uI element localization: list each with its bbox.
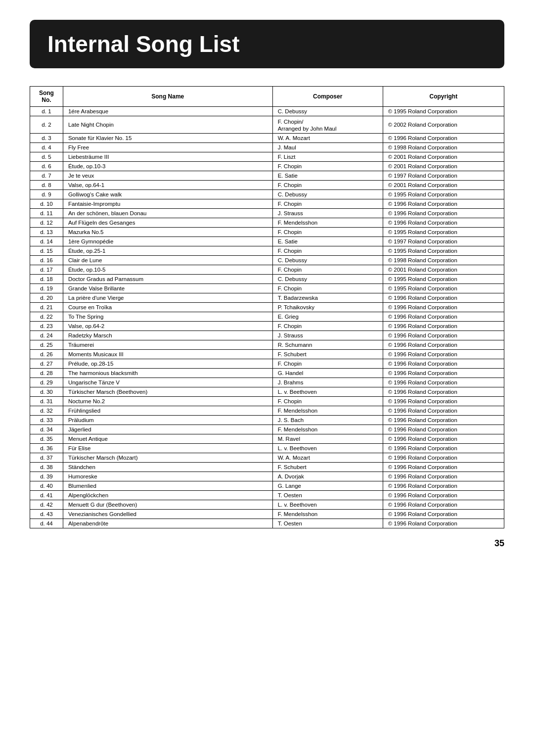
copyright-cell: © 1995 Roland Corporation [383,228,504,237]
song-name-cell: Golliwog's Cake walk [63,190,272,199]
song-no-cell: d. 2 [30,116,63,134]
song-name-cell: Präludium [63,416,272,425]
copyright-cell: © 1996 Roland Corporation [383,340,504,350]
table-row: d. 20La prière d'une ViergeT. Badarzewsk… [30,293,504,303]
composer-cell: J. Brahms [272,378,383,387]
composer-cell: C. Debussy [272,275,383,284]
table-row: d. 42Menuett G dur (Beethoven)L. v. Beet… [30,500,504,510]
song-name-cell: 1ére Arabesque [63,107,272,116]
copyright-cell: © 1995 Roland Corporation [383,246,504,256]
composer-cell: G. Lange [272,481,383,491]
table-row: d. 43Venezianisches GondelliedF. Mendels… [30,510,504,519]
composer-cell: J. Maul [272,143,383,152]
table-row: d. 39HumoreskeA. Dvorjak© 1996 Roland Co… [30,472,504,481]
song-name-cell: Ungarische Tänze V [63,378,272,387]
song-name-cell: Träumerei [63,340,272,350]
copyright-cell: © 1996 Roland Corporation [383,350,504,359]
song-name-cell: Menuett G dur (Beethoven) [63,500,272,510]
copyright-cell: © 1996 Roland Corporation [383,519,504,528]
composer-cell: M. Ravel [272,434,383,444]
song-name-cell: Course en Troïka [63,303,272,312]
table-row: d. 34JägerliedF. Mendelsshon© 1996 Rolan… [30,425,504,434]
table-row: d. 12Auf Flügeln des GesangesF. Mendelss… [30,218,504,228]
table-row: d. 8Valse, op.64-1F. Chopin© 2001 Roland… [30,181,504,190]
composer-cell: R. Schumann [272,340,383,350]
copyright-cell: © 1996 Roland Corporation [383,425,504,434]
song-name-cell: Menuet Antique [63,434,272,444]
table-row: d. 40BlumenliedG. Lange© 1996 Roland Cor… [30,481,504,491]
song-name-cell: Valse, op.64-2 [63,322,272,331]
song-name-cell: Türkischer Marsch (Mozart) [63,453,272,463]
table-row: d. 41AlpenglöckchenT. Oesten© 1996 Rolan… [30,491,504,500]
song-no-cell: d. 6 [30,162,63,171]
song-no-cell: d. 41 [30,491,63,500]
song-no-cell: d. 44 [30,519,63,528]
composer-cell: L. v. Beethoven [272,387,383,397]
table-row: d. 36Für EliseL. v. Beethoven© 1996 Rola… [30,444,504,453]
table-row: d. 24Radetzky MarschJ. Strauss© 1996 Rol… [30,331,504,340]
copyright-cell: © 2001 Roland Corporation [383,181,504,190]
song-name-cell: Frühlingslied [63,406,272,416]
song-name-cell: Türkischer Marsch (Beethoven) [63,387,272,397]
song-name-cell: Moments Musicaux III [63,350,272,359]
song-no-cell: d. 33 [30,416,63,425]
copyright-cell: © 1995 Roland Corporation [383,107,504,116]
song-name-cell: Valse, op.64-1 [63,181,272,190]
composer-cell: F. Schubert [272,463,383,472]
composer-cell: L. v. Beethoven [272,444,383,453]
song-no-cell: d. 34 [30,425,63,434]
table-row: d. 13Mazurka No.5F. Chopin© 1995 Roland … [30,228,504,237]
composer-cell: E. Satie [272,237,383,246]
table-row: d. 37Türkischer Marsch (Mozart)W. A. Moz… [30,453,504,463]
song-name-cell: Radetzky Marsch [63,331,272,340]
song-name-cell: Étude, op.25-1 [63,246,272,256]
copyright-cell: © 1996 Roland Corporation [383,491,504,500]
song-no-cell: d. 25 [30,340,63,350]
table-row: d. 19Grande Valse BrillanteF. Chopin© 19… [30,284,504,293]
song-no-cell: d. 32 [30,406,63,416]
song-no-cell: d. 17 [30,265,63,275]
composer-cell: L. v. Beethoven [272,500,383,510]
song-name-cell: Grande Valse Brillante [63,284,272,293]
composer-cell: F. Mendelsshon [272,218,383,228]
table-row: d. 9Golliwog's Cake walkC. Debussy© 1995… [30,190,504,199]
song-name-cell: Étude, op.10-5 [63,265,272,275]
copyright-cell: © 1998 Roland Corporation [383,143,504,152]
composer-cell: F. Chopin/Arranged by John Maul [272,116,383,134]
song-name-cell: Blumenlied [63,481,272,491]
composer-cell: G. Handel [272,369,383,378]
table-row: d. 25TräumereiR. Schumann© 1996 Roland C… [30,340,504,350]
song-no-cell: d. 14 [30,237,63,246]
song-name-cell: Étude, op.10-3 [63,162,272,171]
song-no-cell: d. 26 [30,350,63,359]
table-row: d. 7Je te veuxE. Satie© 1997 Roland Corp… [30,171,504,181]
song-name-cell: An der schönen, blauen Donau [63,209,272,218]
copyright-cell: © 1995 Roland Corporation [383,284,504,293]
song-name-cell: Alpenglöckchen [63,491,272,500]
table-row: d. 33PräludiumJ. S. Bach© 1996 Roland Co… [30,416,504,425]
copyright-cell: © 1996 Roland Corporation [383,500,504,510]
table-row: d. 3Sonate für Klavier No. 15W. A. Mozar… [30,134,504,143]
composer-cell: F. Schubert [272,350,383,359]
song-no-cell: d. 22 [30,312,63,322]
table-row: d. 22To The SpringE. Grieg© 1996 Roland … [30,312,504,322]
copyright-cell: © 1996 Roland Corporation [383,416,504,425]
song-name-cell: 1ère Gymnopédie [63,237,272,246]
song-no-cell: d. 35 [30,434,63,444]
composer-cell: C. Debussy [272,190,383,199]
song-no-cell: d. 11 [30,209,63,218]
composer-cell: W. A. Mozart [272,453,383,463]
composer-cell: W. A. Mozart [272,134,383,143]
copyright-cell: © 1996 Roland Corporation [383,293,504,303]
song-no-cell: d. 28 [30,369,63,378]
song-no-cell: d. 39 [30,472,63,481]
copyright-cell: © 1996 Roland Corporation [383,387,504,397]
table-row: d. 35Menuet AntiqueM. Ravel© 1996 Roland… [30,434,504,444]
song-no-cell: d. 42 [30,500,63,510]
table-row: d. 11ére ArabesqueC. Debussy© 1995 Rolan… [30,107,504,116]
copyright-cell: © 1996 Roland Corporation [383,209,504,218]
composer-cell: F. Liszt [272,152,383,162]
copyright-cell: © 2001 Roland Corporation [383,265,504,275]
composer-cell: F. Chopin [272,284,383,293]
song-no-cell: d. 10 [30,199,63,209]
